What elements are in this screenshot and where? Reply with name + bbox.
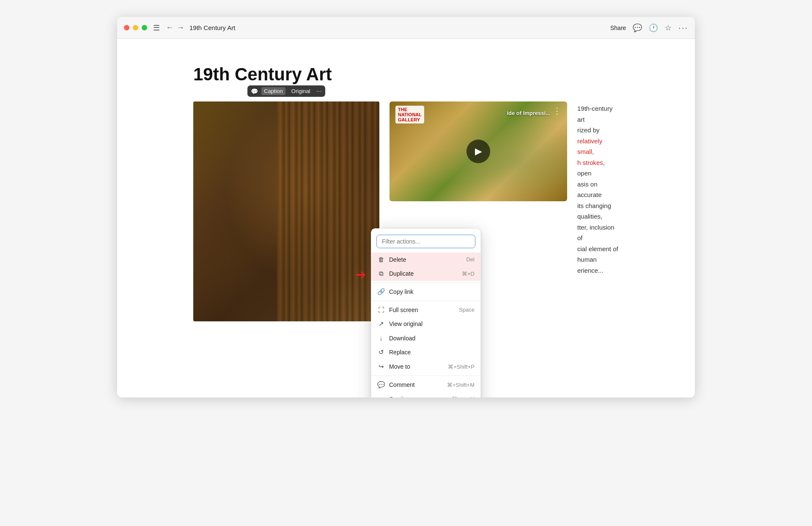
delete-icon: 🗑: [377, 256, 385, 263]
forward-button[interactable]: →: [177, 23, 184, 32]
filter-row: [371, 232, 480, 252]
caption-label: Caption: [389, 396, 447, 398]
caption-shortcut: ⌘+⌥+M: [452, 396, 475, 397]
menu-item-copy-link[interactable]: 🔗 Copy link: [371, 285, 480, 299]
menu-item-download[interactable]: ↓ Download: [371, 331, 480, 345]
titlebar-actions: Share 💬 🕐 ☆ ···: [610, 23, 688, 33]
caption-button[interactable]: Caption: [261, 87, 285, 95]
duplicate-label: Duplicate: [389, 270, 458, 277]
delete-shortcut: Del: [466, 256, 475, 263]
replace-label: Replace: [389, 349, 475, 356]
comment-shortcut: ⌘+Shift+M: [447, 382, 475, 388]
view-original-icon: ↗: [377, 320, 385, 328]
menu-item-move-to[interactable]: ↪ Move to ⌘+Shift+P: [371, 359, 480, 374]
media-row: 💬 Caption Original ··· ➜ 🗑 Dele: [193, 101, 619, 321]
move-to-shortcut: ⌘+Shift+P: [448, 364, 475, 370]
minimize-button[interactable]: [133, 25, 138, 30]
menu-section-meta: 💬 Comment ⌘+Shift+M ≡ Caption ⌘+⌥+M: [371, 375, 480, 397]
menu-section-copy: 🔗 Copy link: [371, 282, 480, 300]
menu-item-replace[interactable]: ↺ Replace: [371, 345, 480, 359]
comment-icon[interactable]: 💬: [633, 23, 642, 33]
comment-label: Comment: [389, 381, 443, 388]
painting-image: [193, 101, 379, 321]
star-icon[interactable]: ☆: [665, 23, 672, 33]
download-icon: ↓: [377, 334, 385, 342]
play-button[interactable]: ▶: [466, 140, 490, 163]
nav-arrows: ← →: [166, 23, 184, 32]
more-options-icon[interactable]: ···: [678, 23, 688, 33]
menu-item-full-screen[interactable]: ⛶ Full screen Space: [371, 303, 480, 317]
image-more-icon[interactable]: ···: [316, 88, 322, 95]
menu-item-caption[interactable]: ≡ Caption ⌘+⌥+M: [371, 392, 480, 397]
move-to-label: Move to: [389, 363, 444, 370]
full-screen-shortcut: Space: [459, 307, 475, 313]
video-thumbnail[interactable]: THENATIONALGALLERY ide of Impressi... ⋮ …: [390, 101, 567, 201]
menu-section-view: ⛶ Full screen Space ↗ View original ↓ Do…: [371, 301, 480, 375]
close-button[interactable]: [124, 25, 129, 30]
menu-item-duplicate[interactable]: ⧉ Duplicate ⌘+D: [371, 266, 480, 281]
delete-label: Delete: [389, 256, 462, 263]
window-title: 19th Century Art: [189, 24, 610, 31]
copy-link-label: Copy link: [389, 288, 475, 295]
copy-link-icon: 🔗: [377, 288, 385, 296]
menu-icon[interactable]: ☰: [153, 23, 160, 33]
original-button[interactable]: Original: [289, 87, 313, 95]
menu-item-delete[interactable]: 🗑 Delete Del: [371, 252, 480, 266]
app-window: ☰ ← → 19th Century Art Share 💬 🕐 ☆ ··· 1…: [117, 17, 695, 397]
traffic-lights: [124, 25, 147, 30]
page-content: 19th Century Art 💬 Caption Original ··· …: [117, 39, 695, 397]
page-title: 19th Century Art: [193, 64, 619, 85]
image-block: 💬 Caption Original ···: [193, 101, 379, 321]
duplicate-shortcut: ⌘+D: [462, 271, 475, 277]
video-play-overlay[interactable]: ▶: [390, 101, 567, 201]
toolbar-comment-icon[interactable]: 💬: [251, 88, 258, 95]
menu-section-top: 🗑 Delete Del ⧉ Duplicate ⌘+D: [371, 252, 480, 282]
filter-input[interactable]: [376, 235, 475, 248]
move-to-icon: ↪: [377, 363, 385, 370]
menu-item-comment[interactable]: 💬 Comment ⌘+Shift+M: [371, 378, 480, 392]
comment-menu-icon: 💬: [377, 381, 385, 389]
article-text: 19th-century art rized by relatively sma…: [577, 101, 619, 321]
view-original-label: View original: [389, 321, 475, 327]
image-toolbar: 💬 Caption Original ···: [247, 85, 325, 97]
share-button[interactable]: Share: [610, 25, 626, 31]
titlebar: ☰ ← → 19th Century Art Share 💬 🕐 ☆ ···: [117, 17, 695, 39]
maximize-button[interactable]: [142, 25, 147, 30]
duplicate-icon: ⧉: [377, 270, 385, 277]
full-screen-icon: ⛶: [377, 306, 385, 313]
back-button[interactable]: ←: [166, 23, 173, 32]
caption-menu-icon: ≡: [377, 395, 385, 397]
context-menu: 🗑 Delete Del ⧉ Duplicate ⌘+D 🔗 Copy link: [371, 228, 481, 397]
highlight-small-strokes: relatively small,: [577, 137, 602, 156]
replace-icon: ↺: [377, 348, 385, 356]
history-icon[interactable]: 🕐: [649, 23, 658, 33]
full-screen-label: Full screen: [389, 307, 455, 313]
red-arrow-indicator: ➜: [355, 266, 366, 282]
menu-item-view-original[interactable]: ↗ View original: [371, 317, 480, 331]
download-label: Download: [389, 335, 475, 342]
highlight-brush-strokes: h strokes: [577, 159, 603, 166]
